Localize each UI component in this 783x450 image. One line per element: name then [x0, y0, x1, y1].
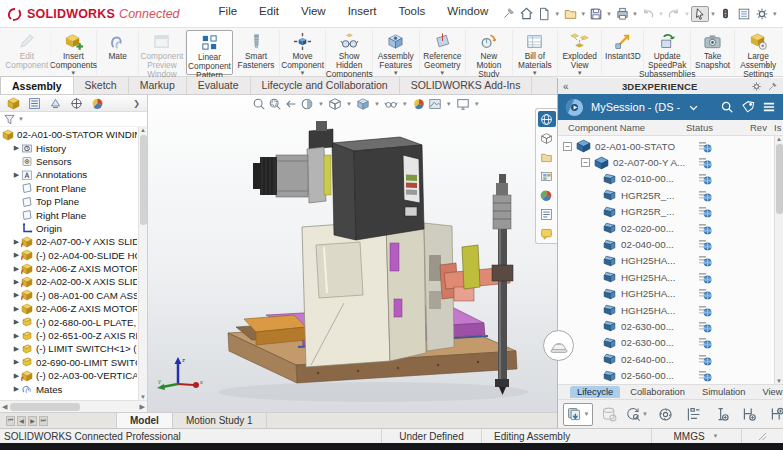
tree-item-component[interactable]: ▶(-) 08-A01-00 CAM ASSY<2> (3 — [2, 289, 137, 302]
status-units[interactable]: MMGS▼ — [651, 429, 741, 443]
move-component-button[interactable]: Move Component▼ — [280, 30, 327, 75]
tree-item-component[interactable]: ▶(-) 02-680-00-L PLATE, LIMIT SW — [2, 315, 137, 328]
tree-item-component[interactable]: ▶02-A07-00-Y AXIS SLIDE<1> (De — [2, 235, 137, 248]
view-settings-icon[interactable] — [456, 97, 470, 111]
print-dropdown[interactable]: ▼ — [632, 11, 638, 17]
tree-item-mates[interactable]: ▶Mates — [2, 382, 137, 395]
tree-item-component[interactable]: ▶(-) LIMIT SWITCH<1> (Default) — [2, 342, 137, 355]
3dexperience-compass-icon[interactable] — [565, 98, 584, 117]
task-forum-icon[interactable] — [538, 225, 556, 241]
filter-dropdown[interactable]: ▼ — [18, 116, 24, 122]
save-button[interactable] — [587, 5, 605, 23]
task-design-library-icon[interactable] — [538, 149, 556, 165]
insert-revision-button[interactable] — [710, 403, 733, 426]
configurationmanager-tab-icon[interactable] — [49, 97, 62, 110]
component-row[interactable]: HGH25HA... — [558, 269, 783, 285]
options-list-button[interactable] — [735, 5, 753, 23]
filter-funnel-icon[interactable] — [4, 114, 15, 125]
component-row[interactable]: HGR25R_... — [558, 187, 783, 203]
tab-sketch[interactable]: Sketch — [74, 76, 129, 94]
component-row[interactable]: −02-A01-00-STATO... — [558, 138, 783, 154]
featuremanager-tab-icon[interactable] — [7, 97, 20, 110]
section-view-icon[interactable] — [300, 97, 314, 111]
tab-view[interactable]: View — [755, 386, 783, 398]
explore-rotate-button[interactable]: ▼ — [626, 403, 649, 426]
new-document-button[interactable] — [535, 5, 553, 23]
tree-item-component[interactable]: ▶02-A06-Z AXIS MOTOR ASSY<3 — [2, 262, 137, 275]
apply-scene-icon[interactable] — [428, 97, 442, 111]
panel-gear-icon[interactable] — [751, 81, 762, 92]
col-is[interactable]: Is — [774, 122, 781, 133]
component-row[interactable]: 02-640-00... — [558, 351, 783, 367]
task-custom-properties-icon[interactable] — [538, 206, 556, 222]
hide-show-items-icon[interactable] — [384, 97, 398, 111]
status-resize-grip[interactable] — [741, 429, 783, 443]
insert-components-button[interactable]: Insert Components▼ — [51, 30, 98, 75]
task-appearances-icon[interactable] — [538, 187, 556, 203]
bill-of-materials-button[interactable]: Bill of Materials▼ — [513, 30, 558, 75]
assistant-helmet-button[interactable] — [543, 330, 574, 361]
smart-fasteners-button[interactable]: Smart Fasteners — [233, 30, 280, 75]
tree-item-component[interactable]: ▶02-690-00-LIMIT SWITCH SPAC — [2, 356, 137, 369]
component-row[interactable]: HGH25HA... — [558, 286, 783, 302]
tab-evaluate[interactable]: Evaluate — [187, 76, 251, 94]
redo-button[interactable] — [665, 5, 683, 23]
new-motion-study-button[interactable]: New Motion Study — [466, 30, 513, 75]
component-row[interactable]: −02-A07-00-Y A... — [558, 154, 783, 170]
component-row[interactable]: 02-020-00... — [558, 220, 783, 236]
previous-view-icon[interactable] — [284, 97, 298, 111]
manager-tab-overflow-chevron[interactable]: ❯ — [133, 99, 140, 108]
session-selector[interactable]: MySession - (DS - ... — [591, 101, 681, 113]
zoom-to-fit-icon[interactable] — [252, 97, 266, 111]
panel-search-icon[interactable] — [720, 100, 734, 114]
revision-cycle-button[interactable] — [654, 403, 677, 426]
motion-study-tab[interactable]: Motion Study 1 — [173, 413, 267, 428]
task-3dexperience-icon[interactable] — [538, 111, 556, 127]
menu-view[interactable]: View — [290, 5, 337, 23]
menu-edit[interactable]: Edit — [248, 5, 290, 23]
component-row[interactable]: 02-040-00... — [558, 236, 783, 252]
ribbon-collapse-icon[interactable]: ⌃ — [763, 62, 771, 73]
component-row[interactable]: HGR25R_... — [558, 204, 783, 220]
home-button[interactable] — [517, 5, 535, 23]
reference-geometry-button[interactable]: Reference Geometry▼ — [420, 30, 467, 75]
tab-markup[interactable]: Markup — [129, 76, 187, 94]
model-tab[interactable]: Model — [116, 413, 173, 428]
tree-item-front-plane[interactable]: Front Plane — [2, 182, 137, 195]
dimxpertmanager-tab-icon[interactable] — [70, 97, 83, 110]
panel-menu-icon[interactable] — [762, 101, 776, 113]
tab-collaboration[interactable]: Collaboration — [623, 386, 692, 398]
tree-item-component[interactable]: ▶(-) 02-A03-00-VERTICAL SLIDE< — [2, 369, 137, 382]
rebuild-button[interactable] — [717, 5, 735, 23]
large-assembly-settings-button[interactable]: Large Assembly Settings▼ — [735, 30, 781, 75]
settings-gear-button[interactable] — [753, 5, 771, 23]
tab-lifecycle-collaboration[interactable]: Lifecycle and Collaboration — [251, 76, 400, 94]
open-dropdown[interactable]: ▼ — [580, 11, 586, 17]
tab-solidworks-addins[interactable]: SOLIDWORKS Add-Ins — [400, 76, 533, 94]
undo-button[interactable] — [639, 5, 657, 23]
tree-item-origin[interactable]: Origin — [2, 222, 137, 235]
task-resources-icon[interactable] — [538, 130, 556, 146]
component-preview-window-button[interactable]: Component Preview Window — [139, 30, 186, 75]
assembly-features-button[interactable]: Assembly Features▼ — [373, 30, 420, 75]
panel-pin-icon[interactable] — [767, 81, 778, 92]
update-speedpak-button[interactable]: Update SpeedPak Subassemblies — [644, 30, 691, 75]
select-dropdown[interactable]: ▼ — [710, 11, 716, 17]
tab-lifecycle[interactable]: Lifecycle — [570, 386, 620, 398]
tree-item-component[interactable]: ▶(-) 02-A04-00-SLIDE HOUSING< — [2, 249, 137, 262]
open-button[interactable] — [561, 5, 579, 23]
menu-insert[interactable]: Insert — [337, 5, 388, 23]
take-snapshot-button[interactable]: Take Snapshot — [691, 30, 735, 75]
select-tool-button[interactable] — [691, 6, 709, 22]
tree-item-sensors[interactable]: Sensors — [2, 155, 137, 168]
component-row[interactable]: 02-630-00... — [558, 335, 783, 351]
tree-item-top-plane[interactable]: Top Plane — [2, 195, 137, 208]
structure-list-button[interactable] — [682, 403, 705, 426]
tab-assembly[interactable]: Assembly — [0, 76, 74, 94]
branch-add-button[interactable] — [738, 403, 761, 426]
col-status[interactable]: Status — [686, 122, 713, 133]
component-row[interactable]: HGH25HA... — [558, 253, 783, 269]
tab-simulation[interactable]: Simulation — [695, 386, 752, 398]
edit-component-button[interactable]: Edit Component — [4, 30, 51, 75]
motion-nav-buttons[interactable]: ⏮◀▶⏭ — [6, 416, 48, 426]
